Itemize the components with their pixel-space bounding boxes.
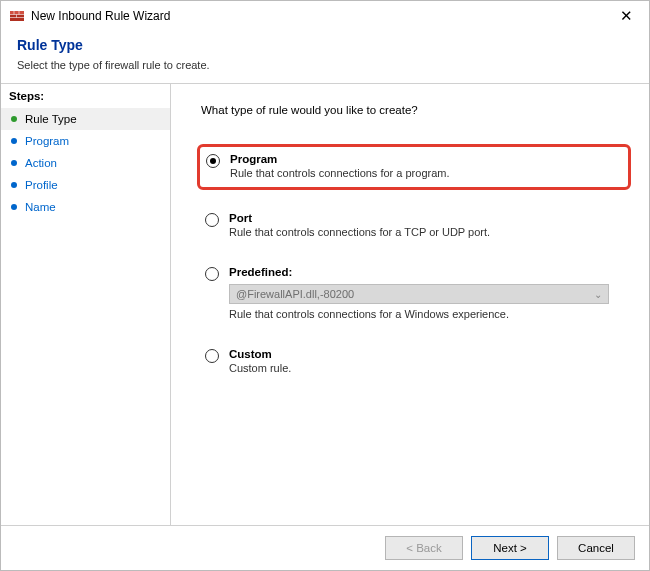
bullet-icon	[11, 182, 17, 188]
question-prompt: What type of rule would you like to crea…	[201, 104, 627, 116]
back-button: < Back	[385, 536, 463, 560]
option-label: Port	[229, 212, 490, 224]
option-label: Program	[230, 153, 450, 165]
page-subtitle: Select the type of firewall rule to crea…	[17, 59, 633, 71]
main-pane: Steps: Rule Type Program Action Profile …	[1, 84, 649, 525]
steps-label: Steps:	[1, 86, 170, 108]
radio-custom[interactable]	[205, 349, 219, 363]
step-label: Program	[25, 135, 69, 147]
bullet-icon	[11, 204, 17, 210]
page-title: Rule Type	[17, 37, 633, 53]
option-desc: Rule that controls connections for a pro…	[230, 167, 450, 179]
predefined-select-value: @FirewallAPI.dll,-80200	[236, 288, 354, 300]
step-program[interactable]: Program	[1, 130, 170, 152]
option-label: Predefined:	[229, 266, 609, 278]
step-label: Rule Type	[25, 113, 77, 125]
option-label: Custom	[229, 348, 291, 360]
firewall-icon	[9, 8, 25, 24]
chevron-down-icon: ⌄	[594, 289, 602, 300]
bullet-icon	[11, 138, 17, 144]
step-profile[interactable]: Profile	[1, 174, 170, 196]
step-label: Profile	[25, 179, 58, 191]
title-bar: New Inbound Rule Wizard ✕	[1, 1, 649, 31]
step-label: Action	[25, 157, 57, 169]
radio-port[interactable]	[205, 213, 219, 227]
content-pane: What type of rule would you like to crea…	[171, 84, 649, 525]
radio-program[interactable]	[206, 154, 220, 168]
wizard-footer: < Back Next > Cancel	[1, 525, 649, 570]
option-program[interactable]: Program Rule that controls connections f…	[197, 144, 631, 190]
option-desc: Rule that controls connections for a TCP…	[229, 226, 490, 238]
wizard-header: Rule Type Select the type of firewall ru…	[1, 31, 649, 83]
predefined-select: @FirewallAPI.dll,-80200 ⌄	[229, 284, 609, 304]
option-predefined[interactable]: Predefined: @FirewallAPI.dll,-80200 ⌄ Ru…	[201, 262, 627, 326]
bullet-icon	[11, 116, 17, 122]
step-rule-type[interactable]: Rule Type	[1, 108, 170, 130]
option-custom[interactable]: Custom Custom rule.	[201, 344, 627, 380]
close-icon[interactable]: ✕	[614, 5, 639, 27]
svg-rect-1	[10, 11, 24, 14]
step-action[interactable]: Action	[1, 152, 170, 174]
option-desc: Rule that controls connections for a Win…	[229, 308, 609, 320]
step-label: Name	[25, 201, 56, 213]
option-port[interactable]: Port Rule that controls connections for …	[201, 208, 627, 244]
next-button[interactable]: Next >	[471, 536, 549, 560]
option-desc: Custom rule.	[229, 362, 291, 374]
steps-sidebar: Steps: Rule Type Program Action Profile …	[1, 84, 171, 525]
radio-predefined[interactable]	[205, 267, 219, 281]
window-title: New Inbound Rule Wizard	[31, 9, 170, 23]
step-name[interactable]: Name	[1, 196, 170, 218]
bullet-icon	[11, 160, 17, 166]
cancel-button[interactable]: Cancel	[557, 536, 635, 560]
